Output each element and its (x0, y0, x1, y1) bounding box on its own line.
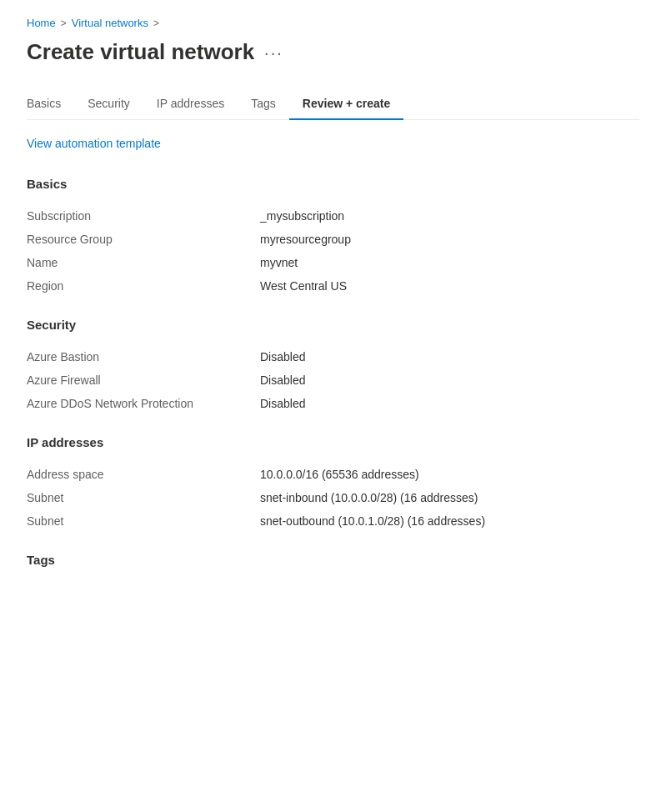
detail-value: 10.0.0.0/16 (65536 addresses) (260, 468, 419, 481)
section-ip-addresses: IP addresses Address space10.0.0.0/16 (6… (27, 435, 639, 533)
tab-basics[interactable]: Basics (27, 88, 74, 120)
tab-security[interactable]: Security (74, 88, 143, 120)
detail-label: Azure DDoS Network Protection (27, 397, 260, 410)
detail-label: Name (27, 256, 260, 269)
section-ip-addresses-title: IP addresses (27, 435, 639, 449)
page-title: Create virtual network (27, 39, 254, 65)
detail-label: Subscription (27, 209, 260, 223)
detail-value: Disabled (260, 397, 305, 410)
tabs-nav: Basics Security IP addresses Tags Review… (27, 88, 639, 120)
breadcrumb: Home > Virtual networks > (27, 17, 639, 29)
tab-ip-addresses[interactable]: IP addresses (143, 88, 238, 120)
page-title-menu-button[interactable]: ··· (264, 44, 283, 61)
detail-row: RegionWest Central US (27, 274, 639, 298)
detail-value: snet-inbound (10.0.0.0/28) (16 addresses… (260, 491, 478, 504)
detail-value: myvnet (260, 256, 298, 269)
detail-value: Disabled (260, 373, 305, 387)
page-title-row: Create virtual network ··· (27, 39, 639, 65)
detail-value: snet-outbound (10.0.1.0/28) (16 addresse… (260, 514, 485, 528)
detail-row: Address space10.0.0.0/16 (65536 addresse… (27, 463, 639, 486)
detail-row: Azure DDoS Network ProtectionDisabled (27, 392, 639, 415)
detail-row: Subscription_mysubscription (27, 204, 639, 228)
detail-label: Region (27, 279, 260, 293)
breadcrumb-sep-1: > (61, 18, 67, 29)
detail-label: Azure Firewall (27, 373, 260, 387)
detail-label: Azure Bastion (27, 350, 260, 363)
breadcrumb-sep-2: > (153, 18, 159, 29)
section-security: Security Azure BastionDisabledAzure Fire… (27, 318, 639, 415)
detail-label: Resource Group (27, 233, 260, 246)
detail-row: Resource Groupmyresourcegroup (27, 228, 639, 251)
detail-label: Subnet (27, 491, 260, 504)
detail-value: myresourcegroup (260, 233, 351, 246)
detail-value: Disabled (260, 350, 305, 363)
breadcrumb-virtual-networks[interactable]: Virtual networks (72, 17, 148, 29)
security-fields: Azure BastionDisabledAzure FirewallDisab… (27, 345, 639, 415)
section-tags-title: Tags (27, 553, 639, 567)
section-tags: Tags (27, 553, 639, 567)
automation-template-link[interactable]: View automation template (27, 137, 161, 150)
detail-value: West Central US (260, 279, 347, 293)
breadcrumb-home[interactable]: Home (27, 17, 56, 29)
ip-fields: Address space10.0.0.0/16 (65536 addresse… (27, 463, 639, 533)
detail-row: Azure BastionDisabled (27, 345, 639, 368)
detail-label: Subnet (27, 514, 260, 528)
section-security-title: Security (27, 318, 639, 332)
section-basics: Basics Subscription_mysubscriptionResour… (27, 177, 639, 298)
tab-tags[interactable]: Tags (238, 88, 289, 120)
section-basics-title: Basics (27, 177, 639, 191)
detail-row: Namemyvnet (27, 251, 639, 274)
detail-row: Subnetsnet-inbound (10.0.0.0/28) (16 add… (27, 486, 639, 509)
detail-row: Subnetsnet-outbound (10.0.1.0/28) (16 ad… (27, 509, 639, 533)
tab-review-create[interactable]: Review + create (289, 88, 403, 120)
basics-fields: Subscription_mysubscriptionResource Grou… (27, 204, 639, 298)
detail-label: Address space (27, 468, 260, 481)
detail-value: _mysubscription (260, 209, 344, 223)
detail-row: Azure FirewallDisabled (27, 368, 639, 392)
